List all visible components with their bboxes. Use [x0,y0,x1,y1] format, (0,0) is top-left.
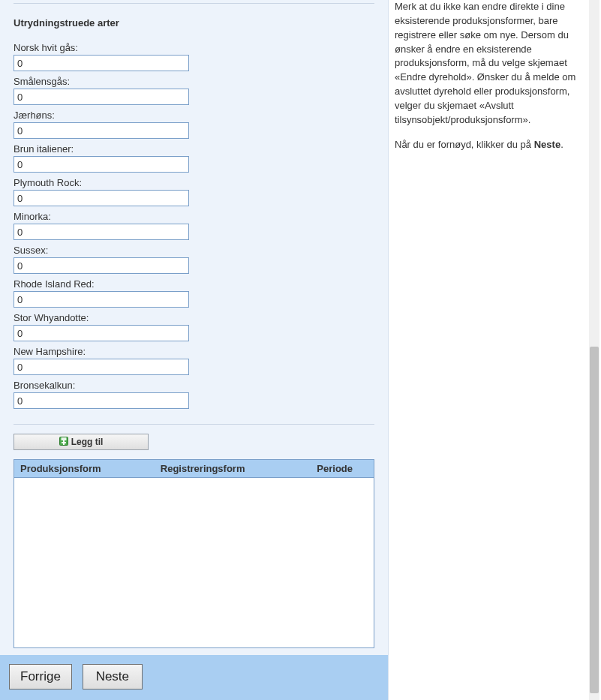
production-table: Produksjonsform Registreringsform Period… [14,459,374,648]
next-button[interactable]: Neste [83,664,143,689]
field-row: Norsk hvit gås: [14,42,374,71]
stor-whyandotte-input[interactable] [14,325,189,341]
add-button-label: Legg til [71,437,104,447]
help-paragraph-2: Når du er fornøyd, klikker du på Neste. [395,138,578,152]
field-row: Bronsekalkun: [14,380,374,409]
new-hampshire-input[interactable] [14,359,189,375]
add-button[interactable]: Legg til [14,434,149,450]
field-row: Jærhøns: [14,110,374,139]
bronsekalkun-input[interactable] [14,392,189,409]
add-button-row: Legg til [0,434,388,450]
main-column: Utrydningstruede arter Norsk hvit gås: S… [0,0,389,700]
field-label: Norsk hvit gås: [14,42,374,53]
svg-rect-1 [61,437,66,440]
field-label: New Hampshire: [14,346,374,357]
scrollbar-thumb[interactable] [590,347,599,693]
field-label: Bronsekalkun: [14,380,374,391]
field-label: Smålensgås: [14,76,374,87]
sussex-input[interactable] [14,257,189,274]
field-row: Sussex: [14,245,374,274]
field-row: Minorka: [14,211,374,240]
help-panel: Merk at du ikke kan endre direkte i dine… [389,0,585,700]
rhode-island-red-input[interactable] [14,291,189,308]
field-row: Rhode Island Red: [14,278,374,308]
field-label: Stor Whyandotte: [14,312,374,323]
svg-rect-3 [62,442,66,443]
brun-italiener-input[interactable] [14,156,189,173]
field-label: Rhode Island Red: [14,278,374,290]
field-label: Minorka: [14,211,374,222]
field-row: Plymouth Rock: [14,177,374,206]
minorka-input[interactable] [14,224,189,240]
col-produksjonsform: Produksjonsform [14,460,155,478]
jaerhons-input[interactable] [14,122,189,139]
field-label: Brun italiener: [14,143,374,155]
disk-plus-icon [59,437,68,448]
field-row: Stor Whyandotte: [14,312,374,341]
field-label: Jærhøns: [14,110,374,121]
norsk-hvit-gas-input[interactable] [14,55,189,71]
footer-bar: Forrige Neste [0,655,388,700]
smalensgas-input[interactable] [14,89,189,105]
plymouth-rock-input[interactable] [14,190,189,206]
prev-button[interactable]: Forrige [9,664,72,689]
scrollbar-track[interactable] [589,0,599,700]
field-label: Plymouth Rock: [14,177,374,188]
help-paragraph-1: Merk at du ikke kan endre direkte i dine… [395,0,578,128]
field-row: New Hampshire: [14,346,374,375]
divider [14,424,374,425]
section-title: Utrydningstruede arter [14,3,374,29]
form-section: Utrydningstruede arter Norsk hvit gås: S… [0,3,388,413]
field-row: Smålensgås: [14,76,374,105]
field-row: Brun italiener: [14,143,374,173]
col-periode: Periode [298,460,374,478]
field-label: Sussex: [14,245,374,256]
col-registreringsform: Registreringsform [155,460,299,478]
